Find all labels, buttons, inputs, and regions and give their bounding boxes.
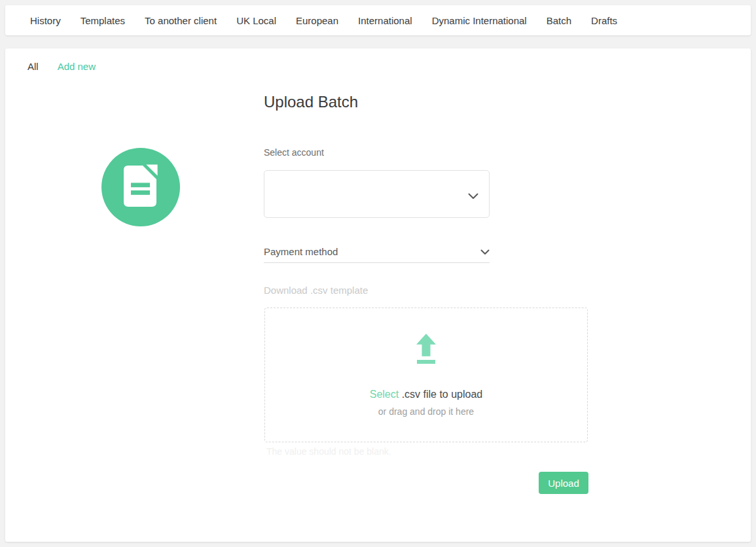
nav-item-international[interactable]: International bbox=[358, 15, 412, 26]
chevron-down-icon bbox=[468, 190, 478, 202]
upload-arrow-icon bbox=[413, 333, 439, 366]
validation-message: The value should not be blank. bbox=[266, 446, 391, 457]
chevron-down-icon bbox=[480, 246, 490, 258]
nav-item-history[interactable]: History bbox=[30, 15, 61, 26]
dropzone-select-link[interactable]: Select bbox=[370, 389, 399, 400]
nav-item-to-another-client[interactable]: To another client bbox=[145, 15, 217, 26]
document-icon bbox=[122, 164, 160, 210]
nav-item-templates[interactable]: Templates bbox=[81, 15, 125, 26]
csv-dropzone[interactable]: Select .csv file to upload or drag and d… bbox=[264, 308, 588, 442]
dropzone-select-line: Select .csv file to upload bbox=[370, 389, 483, 400]
top-navigation: History Templates To another client UK L… bbox=[5, 5, 751, 35]
dropzone-drag-hint: or drag and drop it here bbox=[378, 406, 474, 417]
nav-item-batch[interactable]: Batch bbox=[547, 15, 571, 26]
sub-navigation: All Add new bbox=[27, 61, 96, 72]
dropzone-select-rest: .csv file to upload bbox=[399, 389, 482, 400]
page-title: Upload Batch bbox=[264, 93, 358, 111]
payment-method-value: Payment method bbox=[264, 246, 338, 257]
nav-item-dynamic-international[interactable]: Dynamic International bbox=[432, 15, 527, 26]
tab-all[interactable]: All bbox=[27, 61, 39, 72]
nav-item-uk-local[interactable]: UK Local bbox=[236, 15, 276, 26]
batch-document-badge bbox=[101, 148, 180, 226]
tab-add-new[interactable]: Add new bbox=[58, 61, 96, 72]
account-select[interactable] bbox=[264, 170, 490, 218]
upload-button[interactable]: Upload bbox=[539, 472, 588, 494]
nav-item-drafts[interactable]: Drafts bbox=[591, 15, 617, 26]
select-account-label: Select account bbox=[264, 147, 324, 158]
main-panel: All Add new Upload Batch Select account … bbox=[5, 48, 751, 542]
nav-item-european[interactable]: European bbox=[296, 15, 338, 26]
download-csv-template-link[interactable]: Download .csv template bbox=[264, 285, 368, 296]
payment-method-select[interactable]: Payment method bbox=[264, 241, 490, 263]
